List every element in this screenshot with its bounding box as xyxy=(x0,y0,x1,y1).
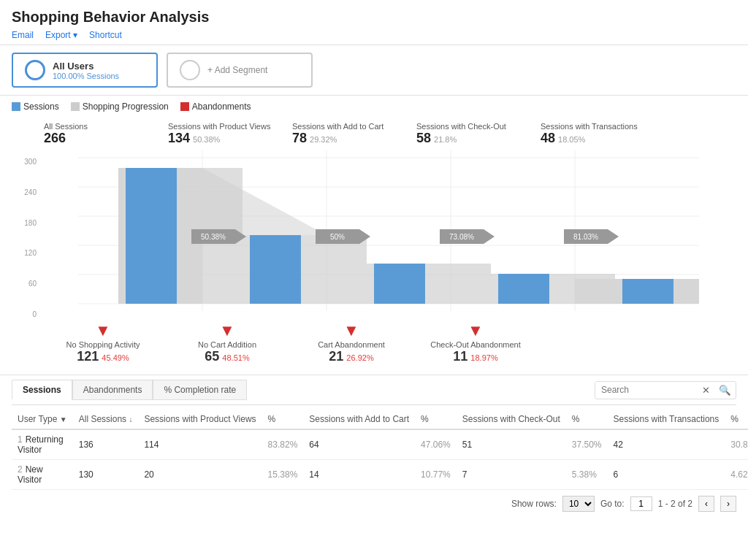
funnel-headers: All Sessions 266 Sessions with Product V… xyxy=(41,118,736,147)
legend-abandonments-label: Abandonments xyxy=(192,101,251,112)
segment-name: All Users xyxy=(53,61,119,72)
cell-checkout: 7 xyxy=(457,460,566,490)
abandonment-col-2: ▼ Cart Abandonment 2126.92% xyxy=(289,318,413,367)
bar-2 xyxy=(374,264,425,304)
legend-abandonments: Abandonments xyxy=(180,101,251,112)
cell-co-pct: 37.50% xyxy=(566,429,608,460)
cell-atc-pct: 10.77% xyxy=(415,460,457,490)
segment-sub: 100.00% Sessions xyxy=(53,72,119,80)
col-transactions: Sessions with Transactions xyxy=(608,410,725,429)
cell-transactions: 42 xyxy=(608,429,725,460)
bar-0 xyxy=(126,168,177,304)
segment-all-users[interactable]: All Users 100.00% Sessions xyxy=(12,53,158,88)
cell-pv-pct: 15.38% xyxy=(262,460,304,490)
legend-sessions-label: Sessions xyxy=(23,101,59,112)
page-range: 1 - 2 of 2 xyxy=(658,499,692,509)
funnel-header-3: Sessions with Check-Out 5821.8% xyxy=(413,118,538,147)
export-button[interactable]: Export ▾ xyxy=(45,30,77,40)
cell-checkout: 51 xyxy=(457,429,566,460)
bar-1 xyxy=(250,235,301,304)
clear-search-button[interactable]: ✕ xyxy=(698,382,714,399)
legend-bar: Sessions Shopping Progression Abandonmen… xyxy=(0,96,748,118)
y-label-60: 60 xyxy=(28,280,37,288)
abandon-label-3: Check-Out Abandonment xyxy=(416,340,535,349)
abandonments-dot xyxy=(180,102,189,111)
progression-dot xyxy=(71,102,80,111)
sessions-dot xyxy=(12,102,20,111)
table-row: 2New Visitor 130 20 15.38% 14 10.77% 7 5… xyxy=(12,460,748,490)
abandon-arrow-1: ▼ xyxy=(168,321,286,340)
show-rows-label: Show rows: xyxy=(511,499,557,509)
col-product-views: Sessions with Product Views xyxy=(138,410,262,429)
cell-user-type: 1Returning Visitor xyxy=(12,429,73,460)
search-button[interactable]: 🔍 xyxy=(714,382,736,399)
abandonment-col-1: ▼ No Cart Addition 6548.51% xyxy=(165,318,289,367)
funnel-value-4: 48 xyxy=(541,131,555,145)
pagination-row: Show rows: 10 25 50 Go to: 1 - 2 of 2 ‹ … xyxy=(12,496,736,512)
bar-4 xyxy=(622,279,673,304)
tab-sessions[interactable]: Sessions xyxy=(12,380,72,400)
y-label-240: 240 xyxy=(24,188,37,196)
abandon-value-0: 121 xyxy=(77,349,99,364)
abandon-label-2: Cart Abandonment xyxy=(292,340,411,349)
search-input[interactable] xyxy=(595,382,698,398)
next-page-button[interactable]: › xyxy=(720,496,736,512)
prev-page-button[interactable]: ‹ xyxy=(698,496,714,512)
tab-completion[interactable]: % Completion rate xyxy=(153,380,247,400)
funnel-header-4: Sessions with Transactions 4818.05% xyxy=(538,118,662,147)
funnel-pct-3: 21.8% xyxy=(434,135,457,144)
funnel-pct-4: 18.05% xyxy=(558,135,585,144)
add-segment-button[interactable]: + Add Segment xyxy=(167,53,313,88)
funnel-pct-2: 29.32% xyxy=(310,135,337,144)
funnel-svg: 50.38% 50% 73.08% 81.03% xyxy=(41,150,736,318)
sort-arrow-sessions: ↓ xyxy=(129,415,132,423)
shortcut-button[interactable]: Shortcut xyxy=(89,30,122,40)
email-button[interactable]: Email xyxy=(12,30,34,40)
segments-bar: All Users 100.00% Sessions + Add Segment xyxy=(0,45,748,96)
tab-abandonments[interactable]: Abandonments xyxy=(72,380,153,400)
abandon-value-3: 11 xyxy=(453,349,468,364)
abandonment-row: ▼ No Shopping Activity 12145.49% ▼ No Ca… xyxy=(41,318,736,367)
funnel-header-2: Sessions with Add to Cart 7829.32% xyxy=(289,118,413,147)
funnel-value-1: 134 xyxy=(168,131,190,145)
cell-product-views: 114 xyxy=(138,429,262,460)
arrow-text-2: 73.08% xyxy=(449,233,474,241)
y-label-0: 0 xyxy=(32,310,37,318)
funnel-label-0: All Sessions xyxy=(44,122,162,131)
col-pv-pct: % xyxy=(262,410,304,429)
funnel-label-2: Sessions with Add to Cart xyxy=(292,122,411,131)
col-user-type[interactable]: User Type ▼ xyxy=(12,410,73,429)
abandon-arrow-2: ▼ xyxy=(292,321,411,340)
sort-arrow-user-type: ▼ xyxy=(60,415,67,423)
data-table: User Type ▼ All Sessions ↓ Sessions with… xyxy=(12,410,748,490)
cell-pv-pct: 83.82% xyxy=(262,429,304,460)
cell-user-type: 2New Visitor xyxy=(12,460,73,490)
goto-label: Go to: xyxy=(600,499,625,509)
funnel-value-2: 78 xyxy=(292,131,307,145)
abandon-value-2: 21 xyxy=(329,349,343,364)
abandon-pct-0: 45.49% xyxy=(102,353,129,362)
arrow-text-0: 50.38% xyxy=(201,233,226,241)
legend-progression: Shopping Progression xyxy=(71,101,169,112)
col-add-to-cart: Sessions with Add to Cart xyxy=(303,410,415,429)
search-box: ✕ 🔍 xyxy=(595,381,736,399)
cell-product-views: 20 xyxy=(138,460,262,490)
goto-input[interactable] xyxy=(630,496,652,511)
cell-all-sessions: 130 xyxy=(73,460,139,490)
abandon-arrow-3: ▼ xyxy=(416,321,535,340)
page-title: Shopping Behavior Analysis xyxy=(12,9,736,26)
segment-icon xyxy=(25,60,45,80)
abandon-value-1: 65 xyxy=(205,349,219,364)
y-label-300: 300 xyxy=(24,158,37,166)
cell-add-to-cart: 64 xyxy=(303,429,415,460)
funnel-label-3: Sessions with Check-Out xyxy=(416,122,535,131)
cell-t-pct: 30.88% xyxy=(725,429,748,460)
funnel-header-0: All Sessions 266 xyxy=(41,118,165,147)
abandonment-col-3: ▼ Check-Out Abandonment 1118.97% xyxy=(413,318,538,367)
show-rows-select[interactable]: 10 25 50 xyxy=(562,496,595,512)
table-row: 1Returning Visitor 136 114 83.82% 64 47.… xyxy=(12,429,748,460)
bar-3 xyxy=(498,274,549,304)
col-all-sessions[interactable]: All Sessions ↓ xyxy=(73,410,139,429)
funnel-label-1: Sessions with Product Views xyxy=(168,122,286,131)
cell-co-pct: 5.38% xyxy=(566,460,608,490)
